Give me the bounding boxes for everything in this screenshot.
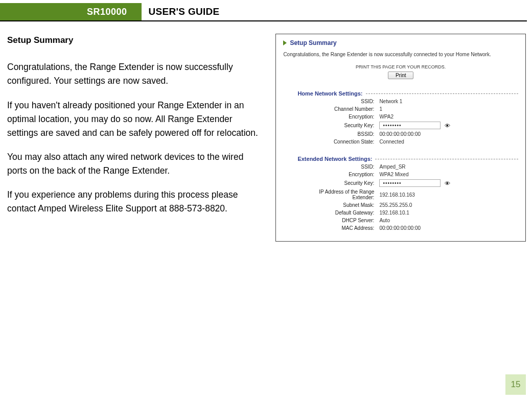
- row-home-ssid: SSID:Network 1: [297, 98, 521, 105]
- value: Connected: [379, 139, 404, 145]
- eye-icon[interactable]: 👁: [445, 123, 450, 129]
- extended-network-table: SSID:Amped_SR Encryption:WPA2 Mixed Secu…: [297, 163, 521, 232]
- value: Amped_SR: [379, 164, 405, 170]
- arrow-icon: [283, 40, 287, 45]
- row-ext-subnet: Subnet Mask:255.255.255.0: [297, 201, 521, 209]
- home-network-heading-label: Home Network Settings:: [297, 90, 362, 97]
- row-home-state: Connection State:Connected: [297, 138, 521, 146]
- row-home-key: Security Key: •••••••• 👁: [297, 121, 521, 130]
- screenshot-congrats-text: Congratulations, the Range Extender is n…: [283, 52, 521, 57]
- row-ext-encryption: Encryption:WPA2 Mixed: [297, 171, 521, 178]
- header-accent: [0, 3, 10, 20]
- label: SSID:: [297, 99, 379, 104]
- value: Auto: [379, 218, 390, 223]
- section-heading: Setup Summary: [7, 34, 262, 47]
- value: Network 1: [379, 99, 402, 104]
- value: 1: [379, 106, 382, 112]
- value: WPA2: [379, 114, 394, 120]
- label: Subnet Mask:: [297, 202, 379, 208]
- paragraph-3: You may also attach any wired network de…: [7, 150, 262, 178]
- row-ext-dhcp: DHCP Server:Auto: [297, 217, 521, 224]
- label: Default Gateway:: [297, 210, 379, 216]
- row-ext-ip: IP Address of the Range Extender:192.168…: [297, 188, 521, 201]
- value: 00:00:00:00:00:00: [379, 131, 421, 137]
- row-ext-ssid: SSID:Amped_SR: [297, 163, 521, 171]
- header-bar: SR10000 USER'S GUIDE: [0, 3, 527, 21]
- value: 00:00:00:00:00:00: [379, 225, 421, 231]
- home-network-table: SSID:Network 1 Channel Number:1 Encrypti…: [297, 98, 521, 146]
- label: IP Address of the Range Extender:: [297, 189, 379, 200]
- extended-network-heading-label: Extended Network Settings:: [297, 156, 372, 162]
- screenshot-column: Setup Summary Congratulations, the Range…: [275, 34, 526, 242]
- row-ext-key: Security Key: •••••••• 👁: [297, 178, 521, 188]
- screenshot-title: Setup Summary: [290, 39, 336, 46]
- setup-summary-screenshot: Setup Summary Congratulations, the Range…: [275, 34, 526, 242]
- row-home-channel: Channel Number:1: [297, 105, 521, 113]
- label: MAC Address:: [297, 225, 379, 231]
- text-column: Setup Summary Congratulations, the Range…: [7, 34, 262, 242]
- value: 255.255.255.0: [379, 202, 412, 208]
- extended-network-heading: Extended Network Settings:: [297, 156, 521, 162]
- row-ext-mac: MAC Address:00:00:00:00:00:00: [297, 224, 521, 232]
- label: SSID:: [297, 164, 379, 170]
- value: 192.168.10.1: [379, 210, 409, 216]
- paragraph-4: If you experience any problems during th…: [7, 188, 262, 216]
- row-home-encryption: Encryption:WPA2: [297, 113, 521, 121]
- value: WPA2 Mixed: [379, 172, 408, 177]
- screenshot-header: Setup Summary: [283, 39, 521, 46]
- guide-title: USER'S GUIDE: [142, 3, 220, 20]
- content-area: Setup Summary Congratulations, the Range…: [0, 21, 532, 242]
- label: Security Key:: [297, 180, 379, 186]
- label: Encryption:: [297, 114, 379, 120]
- label: BSSID:: [297, 131, 379, 137]
- label: Security Key:: [297, 123, 379, 128]
- paragraph-2: If you haven't already positioned your R…: [7, 99, 262, 140]
- security-key-field[interactable]: ••••••••: [379, 122, 441, 129]
- product-badge: SR10000: [10, 3, 142, 20]
- print-button[interactable]: Print: [388, 72, 414, 79]
- eye-icon[interactable]: 👁: [445, 180, 450, 186]
- home-network-heading: Home Network Settings:: [297, 90, 521, 97]
- page-number-badge: 15: [505, 374, 526, 395]
- divider-line: [375, 159, 518, 159]
- security-key-field[interactable]: ••••••••: [379, 179, 441, 187]
- label: DHCP Server:: [297, 218, 379, 223]
- value: 192.168.10.163: [379, 192, 415, 198]
- label: Connection State:: [297, 139, 379, 145]
- paragraph-1: Congratulations, the Range Extender is n…: [7, 60, 262, 88]
- divider-line: [366, 93, 518, 94]
- row-ext-gateway: Default Gateway:192.168.10.1: [297, 209, 521, 217]
- label: Channel Number:: [297, 106, 379, 112]
- label: Encryption:: [297, 172, 379, 177]
- row-home-bssid: BSSID:00:00:00:00:00:00: [297, 130, 521, 138]
- print-caption: PRINT THIS PAGE FOR YOUR RECORDS.: [280, 64, 521, 69]
